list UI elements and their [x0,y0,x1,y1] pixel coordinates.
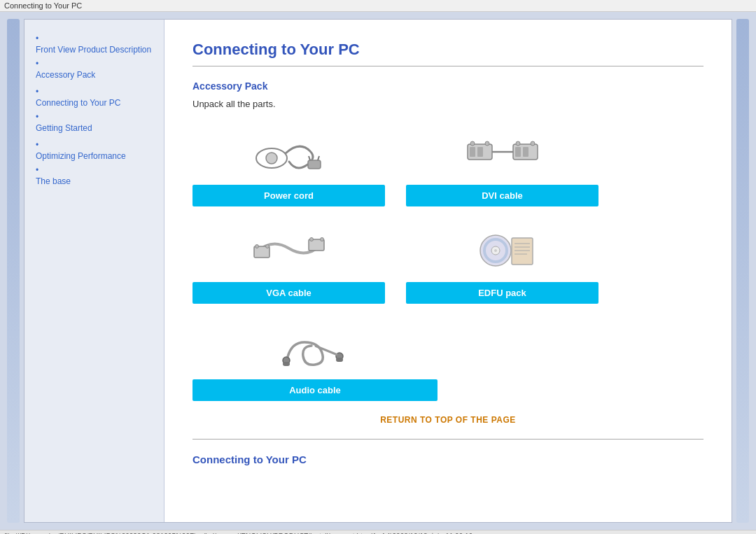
sidebar-section-bottom: • Optimizing Performance • The base [34,140,154,188]
main-area: • Front View Product Description • Acces… [24,19,732,523]
bottom-divider [192,439,704,440]
svg-rect-34 [336,358,343,362]
edfu-pack-label: EDFU pack [406,282,598,304]
sidebar-item-optimizing[interactable]: • Optimizing Performance [34,140,154,162]
vga-cable-label: VGA cable [192,282,385,304]
audio-cable-icon [276,321,354,370]
outer-wrapper: • Front View Product Description • Acces… [0,12,756,530]
sidebar-link-optimizing[interactable]: Optimizing Performance [36,150,154,162]
svg-line-2 [309,156,310,160]
accessory-item-vga-cable: VGA cable [192,220,385,304]
svg-point-15 [531,141,535,146]
sidebar-link-accessory-pack[interactable]: Accessory Pack [36,69,154,81]
svg-point-12 [470,141,475,146]
sidebar-link-getting-started[interactable]: Getting Started [36,122,154,134]
svg-point-13 [485,141,489,146]
accessory-item-edfu-pack: EDFU pack [406,220,598,304]
left-accent [7,19,20,523]
svg-rect-6 [470,147,475,157]
audio-cable-label: Audio cable [192,379,438,401]
svg-point-4 [266,153,277,164]
audio-cable-image [276,318,354,374]
sidebar-item-base[interactable]: • The base [34,165,154,188]
accessories-grid: Power cord [192,123,598,304]
audio-cable-row: Audio cable [192,318,704,401]
vga-cable-image [251,220,328,276]
svg-rect-7 [477,147,483,157]
sidebar: • Front View Product Description • Acces… [24,20,164,522]
power-cord-label: Power cord [192,185,385,206]
dvi-cable-image [464,123,541,179]
power-cord-icon [251,127,328,176]
accessory-item-audio-cable: Audio cable [192,318,438,401]
sidebar-item-connecting[interactable]: • Connecting to Your PC [34,87,154,109]
svg-rect-11 [523,147,528,157]
svg-line-35 [315,346,337,355]
status-bar: file:///D|/songaiyu/PHILIPS/PHILIPS%2023… [0,530,756,534]
svg-rect-10 [515,147,521,157]
accessory-item-power-cord: Power cord [192,123,385,206]
svg-point-21 [320,238,323,241]
sidebar-link-connecting[interactable]: Connecting to Your PC [36,97,154,109]
content-area: Connecting to Your PC Accessory Pack Unp… [164,20,732,522]
top-divider [192,66,704,66]
sidebar-section-mid: • Connecting to Your PC • Getting Starte… [34,87,154,134]
svg-point-24 [494,249,497,252]
return-to-top-link[interactable]: RETURN TO TOP OF THE PAGE [192,415,704,425]
sidebar-link-base[interactable]: The base [36,175,154,188]
svg-point-18 [255,245,258,248]
sidebar-section-top: • Front View Product Description • Acces… [34,34,154,81]
svg-point-20 [309,238,313,241]
svg-rect-32 [283,362,290,366]
svg-rect-1 [308,160,321,169]
power-cord-image [251,123,328,179]
bottom-section-title: Connecting to Your PC [192,454,704,465]
dvi-cable-label: DVI cable [406,185,598,206]
right-accent [736,19,749,523]
dvi-cable-icon [464,127,541,176]
sidebar-item-accessory-pack[interactable]: • Accessory Pack [34,59,154,81]
svg-rect-26 [512,238,533,265]
edfu-pack-image [464,220,541,276]
svg-point-14 [516,141,520,146]
title-bar: Connecting to Your PC [0,0,756,12]
sidebar-item-getting-started[interactable]: • Getting Started [34,112,154,134]
svg-point-19 [265,245,269,248]
sidebar-link-front-view[interactable]: Front View Product Description [36,43,154,56]
sidebar-item-front-view[interactable]: • Front View Product Description [34,34,154,56]
vga-cable-icon [251,224,328,273]
accessory-item-dvi-cable: DVI cable [406,123,598,206]
unpack-text: Unpack all the parts. [192,99,704,109]
edfu-pack-icon [464,224,541,273]
title-bar-text: Connecting to Your PC [4,1,82,10]
svg-line-3 [318,156,319,160]
page-title: Connecting to Your PC [192,41,704,59]
section-heading-accessory: Accessory Pack [192,80,704,92]
